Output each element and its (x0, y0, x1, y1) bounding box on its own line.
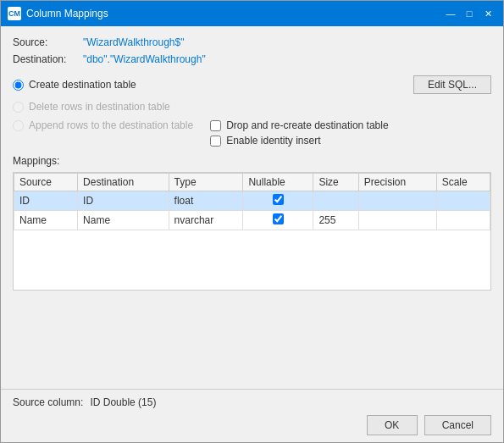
cell-destination: ID (78, 191, 169, 211)
create-label: Create destination table (29, 79, 136, 91)
col-size: Size (313, 174, 358, 191)
enable-identity-row: Enable identity insert (210, 135, 388, 147)
append-label: Append rows to the destination table (29, 119, 193, 131)
col-scale: Scale (436, 174, 490, 191)
edit-sql-button[interactable]: Edit SQL... (413, 75, 491, 94)
mappings-table-container[interactable]: Source Destination Type Nullable Size Pr… (13, 172, 491, 291)
cell-precision (358, 211, 436, 230)
cell-size (313, 191, 358, 211)
col-precision: Precision (358, 174, 436, 191)
enable-identity-checkbox[interactable] (210, 136, 221, 147)
close-button[interactable]: ✕ (479, 6, 496, 21)
create-radio-row: Create destination table (13, 79, 136, 91)
append-radio[interactable] (13, 120, 24, 131)
title-bar-left: CM Column Mappings (8, 7, 108, 20)
title-bar: CM Column Mappings — □ ✕ (1, 1, 503, 26)
drop-recreate-label: Drop and re-create destination table (226, 119, 388, 131)
destination-value: "dbo"."WizardWalkthrough" (83, 53, 206, 65)
window-title: Column Mappings (26, 8, 108, 19)
column-mappings-dialog: CM Column Mappings — □ ✕ Source: "Wizard… (0, 0, 504, 443)
source-column-row: Source column: ID Double (15) (13, 396, 491, 408)
append-radio-row: Append rows to the destination table (13, 119, 193, 131)
col-type: Type (169, 174, 243, 191)
main-content: Source: "WizardWalkthrough$" Destination… (1, 26, 503, 389)
col-source: Source (14, 174, 78, 191)
drop-recreate-row: Drop and re-create destination table (210, 119, 388, 131)
mappings-table: Source Destination Type Nullable Size Pr… (14, 173, 490, 230)
delete-radio[interactable] (13, 102, 24, 113)
window-icon: CM (8, 7, 21, 20)
cell-precision (358, 191, 436, 211)
cell-nullable (243, 191, 313, 211)
delete-label: Delete rows in destination table (29, 101, 170, 113)
source-row: Source: "WizardWalkthrough$" (13, 36, 491, 48)
bottom-section: Source column: ID Double (15) OK Cancel (1, 389, 503, 442)
buttons-row: OK Cancel (13, 415, 491, 435)
checkbox-group: Drop and re-create destination table Ena… (210, 119, 388, 147)
ok-button[interactable]: OK (367, 415, 418, 435)
create-radio[interactable] (13, 80, 24, 91)
col-nullable: Nullable (243, 174, 313, 191)
cell-size: 255 (313, 211, 358, 230)
enable-identity-label: Enable identity insert (226, 135, 320, 147)
cancel-button[interactable]: Cancel (424, 415, 491, 435)
cell-type: float (169, 191, 243, 211)
cell-destination: Name (78, 211, 169, 230)
delete-radio-row: Delete rows in destination table (13, 101, 491, 113)
cell-scale (436, 211, 490, 230)
table-row[interactable]: IDIDfloat (14, 191, 490, 211)
cell-type: nvarchar (169, 211, 243, 230)
source-value: "WizardWalkthrough$" (83, 36, 184, 48)
options-row: Append rows to the destination table Dro… (13, 119, 491, 147)
minimize-button[interactable]: — (442, 6, 459, 21)
table-row[interactable]: NameNamenvarchar255 (14, 211, 490, 230)
cell-scale (436, 191, 490, 211)
cell-source: ID (14, 191, 78, 211)
cell-nullable (243, 211, 313, 230)
col-destination: Destination (78, 174, 169, 191)
source-label: Source: (13, 36, 76, 48)
destination-label: Destination: (13, 53, 76, 65)
source-column-label: Source column: (13, 396, 83, 408)
table-body: IDIDfloatNameNamenvarchar255 (14, 191, 490, 230)
source-column-value: ID Double (15) (90, 396, 156, 408)
maximize-button[interactable]: □ (461, 6, 478, 21)
table-header-row: Source Destination Type Nullable Size Pr… (14, 174, 490, 191)
title-bar-controls: — □ ✕ (442, 6, 496, 21)
destination-row: Destination: "dbo"."WizardWalkthrough" (13, 53, 491, 65)
mappings-label: Mappings: (13, 155, 491, 167)
cell-source: Name (14, 211, 78, 230)
create-row: Create destination table Edit SQL... (13, 75, 491, 94)
drop-recreate-checkbox[interactable] (210, 120, 221, 131)
